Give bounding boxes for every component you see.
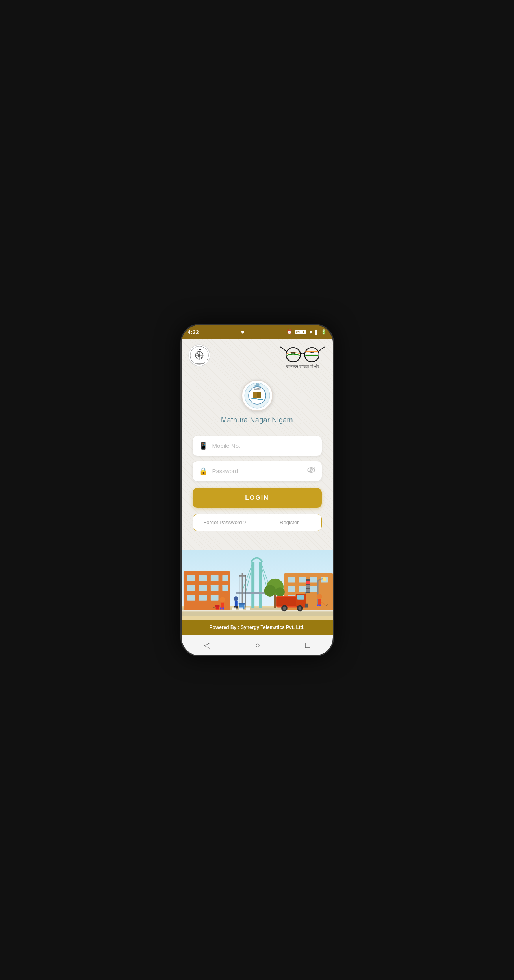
forgot-password-button[interactable]: Forgot Password ? <box>193 514 258 531</box>
heart-icon: ♥ <box>241 329 244 335</box>
eye-icon[interactable] <box>307 467 315 475</box>
password-input[interactable] <box>212 468 302 474</box>
login-button[interactable]: LOGIN <box>193 488 322 508</box>
mobile-icon: 📱 <box>199 442 208 450</box>
nav-bar: ◁ ○ □ <box>182 635 333 655</box>
svg-point-71 <box>264 585 276 597</box>
svg-rect-39 <box>199 595 207 601</box>
svg-rect-101 <box>215 605 219 607</box>
svg-text:स्वच्छ: स्वच्छ <box>290 351 296 354</box>
app-name: Mathura Nagar Nigam <box>221 416 293 424</box>
nagar-nigam-logo-svg: NAGAR <box>243 381 271 410</box>
app-logo-section: NAGAR Mathura Nagar Nigam <box>182 372 333 428</box>
alarm-icon: ⏰ <box>287 329 292 335</box>
svg-rect-65 <box>306 589 310 592</box>
svg-rect-19 <box>253 392 257 398</box>
svg-rect-64 <box>306 585 310 588</box>
svg-rect-75 <box>297 595 304 599</box>
svg-rect-63 <box>306 581 310 584</box>
main-content: उत्तर प्रदेश <box>182 339 333 635</box>
svg-point-10 <box>304 348 319 362</box>
swachh-bharat-logo: स्वच्छ भारत एक कदम स्वच्छता की ओर <box>279 344 327 369</box>
status-bar: 4:32 ♥ ⏰ VoLTE ▼ ▌ 🔋 <box>182 325 333 339</box>
svg-rect-37 <box>222 585 228 591</box>
svg-rect-85 <box>222 607 224 609</box>
svg-rect-43 <box>299 577 306 582</box>
svg-rect-102 <box>232 607 236 610</box>
svg-rect-91 <box>236 606 238 608</box>
svg-rect-34 <box>187 585 195 591</box>
svg-point-72 <box>275 587 285 597</box>
svg-rect-40 <box>210 595 218 601</box>
volte-badge: VoLTE <box>295 330 306 334</box>
swachh-tagline: एक कदम स्वच्छता की ओर <box>286 364 319 369</box>
svg-rect-47 <box>299 586 306 592</box>
auth-buttons: Forgot Password ? Register <box>193 514 322 531</box>
svg-rect-46 <box>288 586 295 592</box>
svg-rect-58 <box>241 573 243 607</box>
svg-rect-28 <box>182 610 333 611</box>
signal-icon: ▌ <box>315 330 319 335</box>
up-government-logo: उत्तर प्रदेश <box>188 344 211 367</box>
svg-rect-36 <box>210 585 218 591</box>
register-button[interactable]: Register <box>257 514 321 531</box>
login-form: 📱 🔒 LOGIN <box>182 428 333 514</box>
svg-rect-95 <box>318 599 321 605</box>
mobile-input[interactable] <box>212 442 315 449</box>
svg-rect-31 <box>199 575 207 581</box>
svg-rect-84 <box>220 607 221 609</box>
svg-point-88 <box>233 596 238 601</box>
status-icons: ⏰ VoLTE ▼ ▌ 🔋 <box>287 329 327 335</box>
svg-point-68 <box>322 577 326 581</box>
home-button[interactable]: ○ <box>255 641 260 650</box>
phone-inner: 4:32 ♥ ⏰ VoLTE ▼ ▌ 🔋 <box>182 325 333 655</box>
city-illustration <box>182 549 333 620</box>
svg-point-78 <box>282 606 286 610</box>
svg-point-80 <box>298 606 301 610</box>
svg-rect-35 <box>199 585 207 591</box>
back-button[interactable]: ◁ <box>204 640 210 650</box>
svg-rect-93 <box>238 603 245 604</box>
recents-button[interactable]: □ <box>305 641 310 650</box>
svg-point-82 <box>219 597 225 602</box>
header-logos: उत्तर प्रदेश <box>182 339 333 372</box>
wifi-icon: ▼ <box>309 330 313 335</box>
battery-icon: 🔋 <box>321 329 327 335</box>
svg-rect-59 <box>239 575 246 576</box>
password-input-container: 🔒 <box>193 461 322 481</box>
svg-rect-33 <box>222 575 228 581</box>
lock-icon: 🔒 <box>199 467 208 475</box>
illustration-section: Powered By : Synergy Telematics Pvt. Ltd… <box>182 539 333 635</box>
svg-rect-104 <box>246 607 250 610</box>
svg-rect-32 <box>210 575 218 581</box>
svg-rect-97 <box>319 604 321 606</box>
status-time: 4:32 <box>188 329 199 335</box>
glasses-svg: स्वच्छ भारत <box>279 344 327 364</box>
svg-text:उत्तर प्रदेश: उत्तर प्रदेश <box>195 362 203 365</box>
svg-rect-38 <box>187 595 195 601</box>
app-logo-circle: NAGAR <box>241 380 273 411</box>
svg-rect-81 <box>305 603 308 607</box>
svg-rect-48 <box>310 586 317 592</box>
svg-rect-42 <box>288 577 295 582</box>
svg-rect-30 <box>187 575 195 581</box>
powered-by-text: Powered By : Synergy Telematics Pvt. Ltd… <box>210 625 305 630</box>
svg-rect-96 <box>317 604 318 606</box>
city-scene-svg <box>182 549 333 620</box>
svg-rect-76 <box>276 596 296 606</box>
svg-rect-44 <box>310 577 317 582</box>
powered-by-bar: Powered By : Synergy Telematics Pvt. Ltd… <box>182 620 333 635</box>
svg-text:NAGAR: NAGAR <box>254 388 261 390</box>
svg-point-94 <box>316 594 322 599</box>
mobile-input-container: 📱 <box>193 436 322 456</box>
phone-frame: 4:32 ♥ ⏰ VoLTE ▼ ▌ 🔋 <box>180 324 334 656</box>
svg-rect-103 <box>239 607 243 610</box>
